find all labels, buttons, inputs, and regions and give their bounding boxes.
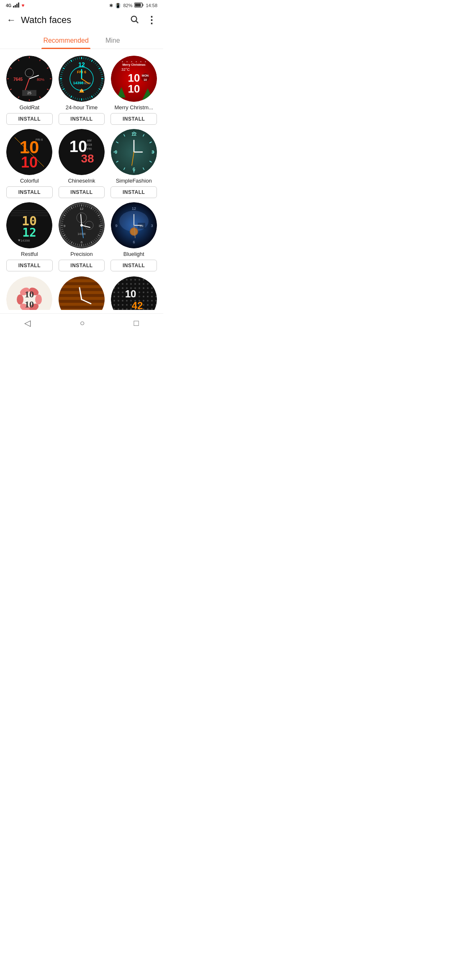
install-button-chineseink[interactable]: INSTALL [59,186,105,198]
watch-label-chineseink: ChineseInk [57,178,106,184]
watch-item-precision: Precision INSTALL [57,202,106,271]
watch-face-christmas[interactable] [111,56,157,102]
watch-item-christmas: Merry Christm... INSTALL [109,56,158,125]
install-button-goldrat[interactable]: INSTALL [6,113,53,125]
nav-recent-button[interactable]: □ [134,318,139,328]
watch-label-colorful: Colorful [5,178,54,184]
install-button-restful[interactable]: INSTALL [6,260,53,271]
tab-recommended[interactable]: Recommended [41,34,90,49]
install-button-christmas[interactable]: INSTALL [110,113,157,125]
svg-rect-5 [143,4,144,6]
watch-item-bluelight: Bluelight INSTALL [109,202,158,271]
status-right: ✱ 📳 82% 14:58 [109,3,157,8]
back-button[interactable]: ← [7,15,16,26]
watch-label-christmas: Merry Christm... [109,104,158,111]
watch-label-restful: Restful [5,251,54,257]
install-button-bluelight[interactable]: INSTALL [110,260,157,271]
svg-rect-6 [135,4,141,7]
time-display: 14:58 [146,3,157,8]
page-title: Watch faces [21,15,130,26]
install-button-precision[interactable]: INSTALL [59,260,105,271]
header-actions: ⋮ [130,14,157,26]
install-button-colorful[interactable]: INSTALL [6,186,53,198]
bluetooth-icon: ✱ [109,3,113,8]
partial-face-stripes[interactable] [59,276,105,310]
watch-item-24hour: 24-hour Time INSTALL [57,56,106,125]
watch-label-precision: Precision [57,251,106,257]
svg-rect-1 [15,5,16,8]
watch-face-colorful[interactable] [6,129,52,175]
watch-label-24hour: 24-hour Time [57,104,106,111]
partial-watch-row [0,276,163,310]
battery-icon [134,3,144,8]
watch-face-grid: GoldRat INSTALL 24-hour Time INSTALL Mer… [0,56,163,276]
tabs: Recommended Mine [0,30,163,49]
signal-bars [13,3,20,8]
watch-face-restful[interactable] [6,202,52,248]
watch-item-colorful: Colorful INSTALL [5,129,54,198]
watch-face-simplefashion[interactable] [111,129,157,175]
partial-item-stripes [57,276,106,310]
watch-label-bluelight: Bluelight [109,251,158,257]
health-icon: ♥ [21,3,24,8]
watch-face-bluelight[interactable] [111,202,157,248]
watch-face-precision[interactable] [59,202,105,248]
tab-mine[interactable]: Mine [104,34,122,49]
svg-point-7 [131,16,137,21]
watch-item-simplefashion: SimpleFashion INSTALL [109,129,158,198]
svg-rect-3 [18,3,19,8]
more-button[interactable]: ⋮ [146,14,157,26]
navigation-bar: ◁ ○ □ [0,313,163,335]
partial-item-floral [5,276,54,310]
install-button-simplefashion[interactable]: INSTALL [110,186,157,198]
watch-item-restful: Restful INSTALL [5,202,54,271]
watch-item-goldrat: GoldRat INSTALL [5,56,54,125]
watch-face-chineseink[interactable] [59,129,105,175]
status-left: 4G ♥ [6,3,24,8]
svg-rect-2 [16,4,18,8]
network-indicator: 4G [6,3,11,8]
partial-face-floral[interactable] [6,276,52,310]
watch-label-goldrat: GoldRat [5,104,54,111]
nav-back-button[interactable]: ◁ [24,318,31,328]
svg-rect-0 [13,6,14,8]
watch-item-chineseink: ChineseInk INSTALL [57,129,106,198]
battery-percent: 82% [123,3,132,8]
watch-face-24hour[interactable] [59,56,105,102]
svg-line-8 [136,21,138,23]
search-button[interactable] [130,15,139,26]
status-bar: 4G ♥ ✱ 📳 82% 14:58 [0,0,163,10]
header: ← Watch faces ⋮ [0,10,163,30]
watch-label-simplefashion: SimpleFashion [109,178,158,184]
nav-home-button[interactable]: ○ [80,318,85,328]
partial-face-dots[interactable] [111,276,157,310]
partial-item-dots [109,276,158,310]
vibrate-icon: 📳 [115,3,121,8]
install-button-24hour[interactable]: INSTALL [59,113,105,125]
watch-face-goldrat[interactable] [6,56,52,102]
